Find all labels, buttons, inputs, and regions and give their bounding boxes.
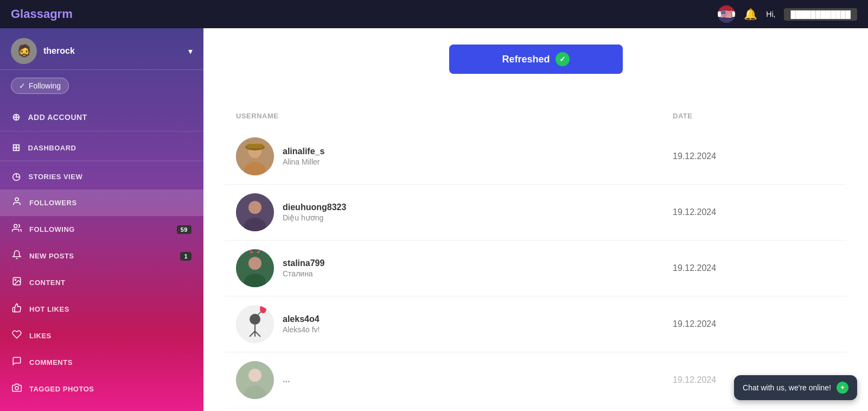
stories-view-icon: ◷ bbox=[12, 170, 21, 182]
svg-point-3 bbox=[15, 279, 16, 280]
following-badge-count: 59 bbox=[177, 225, 192, 234]
main-layout: 🧔 therock ▾ ✓ Following ⊕ ADD ACCOUNT ⊞ … bbox=[0, 28, 868, 411]
sidebar-item-stories-view[interactable]: ◷ STORIES VIEW bbox=[0, 163, 203, 189]
table-header: USERNAME DATE bbox=[225, 106, 846, 125]
sidebar-nav: ⊕ ADD ACCOUNT ⊞ DASHBOARD ◷ STORIES VIEW bbox=[0, 102, 203, 404]
user-avatar bbox=[236, 361, 274, 399]
sidebar-item-following-label: FOLLOWING bbox=[29, 225, 75, 233]
profile-chevron-down-icon[interactable]: ▾ bbox=[188, 46, 193, 56]
hi-label: Hi, bbox=[766, 10, 775, 18]
user-avatar bbox=[236, 305, 274, 343]
sidebar-item-tagged-photos[interactable]: TAGGED PHOTOS bbox=[0, 376, 203, 402]
sidebar-item-tagged-photos-label: TAGGED PHOTOS bbox=[29, 385, 94, 393]
table-row: aleks4o4 Aleks4o fv! 19.12.2024 bbox=[225, 296, 846, 352]
user-username: alinalife_s bbox=[283, 147, 324, 156]
sidebar-item-hot-likes[interactable]: HOT LIKES bbox=[0, 296, 203, 323]
topbar: Glassagrm 🇺🇸 🔔 Hi, ████████████ bbox=[0, 0, 868, 28]
chat-widget[interactable]: Chat with us, we're online! ✦ bbox=[734, 375, 857, 400]
user-date: 19.12.2024 bbox=[673, 207, 835, 217]
user-info: aleks4o4 Aleks4o fv! bbox=[236, 305, 673, 343]
refresh-button-label: Refreshed bbox=[502, 54, 550, 65]
svg-point-11 bbox=[248, 201, 261, 214]
svg-point-0 bbox=[15, 198, 18, 201]
language-flag[interactable]: 🇺🇸 bbox=[718, 5, 735, 23]
dashboard-icon: ⊞ bbox=[12, 142, 21, 154]
new-posts-badge-count: 1 bbox=[180, 252, 192, 261]
sidebar-item-followers[interactable]: FOLLOWERS bbox=[0, 189, 203, 216]
following-badge-label: Following bbox=[29, 81, 61, 90]
table-row: dieuhuong8323 Diệu hương 19.12.2024 bbox=[225, 185, 846, 241]
user-username: dieuhuong8323 bbox=[283, 203, 346, 212]
user-display-name: Aleks4o fv! bbox=[283, 325, 320, 334]
sidebar-item-add-account[interactable]: ⊕ ADD ACCOUNT bbox=[0, 104, 203, 131]
sidebar-item-stories-view-label: STORIES VIEW bbox=[29, 173, 83, 181]
sidebar-item-content[interactable]: CONTENT bbox=[0, 269, 203, 296]
user-avatar bbox=[236, 193, 274, 231]
sidebar-item-dashboard[interactable]: ⊞ DASHBOARD bbox=[0, 135, 203, 161]
svg-point-19 bbox=[250, 314, 260, 325]
user-display-name: Alina Miller bbox=[283, 157, 324, 166]
refresh-check-icon: ✓ bbox=[556, 52, 570, 66]
user-display-name: Diệu hương bbox=[283, 213, 346, 222]
sidebar-item-likes[interactable]: LIKES bbox=[0, 323, 203, 349]
profile-avatar: 🧔 bbox=[11, 38, 37, 64]
comments-icon bbox=[12, 356, 22, 369]
svg-rect-9 bbox=[247, 144, 263, 148]
topbar-username: ████████████ bbox=[784, 8, 857, 21]
logo-part2: grm bbox=[50, 7, 73, 21]
notifications-bell-icon[interactable]: 🔔 bbox=[744, 8, 757, 21]
user-avatar bbox=[236, 137, 274, 175]
app-logo: Glassagrm bbox=[11, 7, 73, 21]
user-username: stalina799 bbox=[283, 258, 324, 268]
user-display-name: Сталина bbox=[283, 269, 324, 278]
sidebar-item-followers-label: FOLLOWERS bbox=[29, 199, 77, 207]
user-date: 19.12.2024 bbox=[673, 319, 835, 329]
sidebar-item-content-label: CONTENT bbox=[29, 279, 65, 287]
table-row: alinalife_s Alina Miller 19.12.2024 bbox=[225, 129, 846, 185]
following-icon bbox=[12, 223, 22, 236]
sidebar-item-comments[interactable]: COMMENTS bbox=[0, 349, 203, 376]
svg-point-4 bbox=[15, 387, 18, 390]
sidebar: 🧔 therock ▾ ✓ Following ⊕ ADD ACCOUNT ⊞ … bbox=[0, 28, 203, 411]
followers-icon bbox=[12, 197, 22, 209]
user-info: stalina799 Сталина bbox=[236, 249, 673, 287]
sidebar-item-comments-label: COMMENTS bbox=[29, 358, 73, 366]
user-info: ... bbox=[236, 361, 673, 399]
tagged-photos-icon bbox=[12, 383, 22, 395]
sidebar-item-following[interactable]: FOLLOWING 59 bbox=[0, 216, 203, 243]
following-check-icon: ✓ bbox=[19, 81, 25, 90]
new-posts-icon bbox=[12, 250, 22, 262]
user-username: aleks4o4 bbox=[283, 314, 320, 324]
user-date: 19.12.2024 bbox=[673, 263, 835, 273]
sidebar-item-add-account-label: ADD ACCOUNT bbox=[28, 113, 87, 122]
likes-icon bbox=[12, 330, 22, 342]
svg-point-1 bbox=[14, 224, 17, 227]
user-info: alinalife_s Alina Miller bbox=[236, 137, 673, 175]
hot-likes-icon bbox=[12, 303, 22, 315]
user-avatar bbox=[236, 249, 274, 287]
logo-part1: Glassa bbox=[11, 7, 50, 21]
sidebar-item-new-posts[interactable]: NEW POSTS 1 bbox=[0, 243, 203, 269]
sidebar-profile: 🧔 therock ▾ bbox=[0, 28, 203, 70]
sidebar-item-likes-label: LIKES bbox=[29, 332, 52, 340]
topbar-right: 🇺🇸 🔔 Hi, ████████████ bbox=[718, 5, 857, 23]
add-icon: ⊕ bbox=[12, 111, 21, 123]
profile-username: therock bbox=[43, 46, 182, 56]
user-username: ... bbox=[283, 375, 290, 384]
content-area: Refreshed ✓ USERNAME DATE bbox=[203, 28, 868, 411]
user-info: dieuhuong8323 Diệu hương bbox=[236, 193, 673, 231]
sidebar-item-new-posts-label: NEW POSTS bbox=[29, 252, 74, 260]
user-date: 19.12.2024 bbox=[673, 151, 835, 161]
table-row: stalina799 Сталина 19.12.2024 bbox=[225, 241, 846, 296]
content-icon bbox=[12, 276, 22, 289]
following-badge-button[interactable]: ✓ Following bbox=[11, 78, 69, 94]
refresh-button[interactable]: Refreshed ✓ bbox=[449, 45, 623, 74]
svg-point-26 bbox=[248, 369, 261, 382]
date-header: DATE bbox=[673, 112, 835, 120]
svg-point-14 bbox=[248, 257, 261, 270]
sidebar-item-hot-likes-label: HOT LIKES bbox=[29, 305, 69, 313]
username-header: USERNAME bbox=[236, 112, 673, 120]
chat-widget-label: Chat with us, we're online! bbox=[743, 383, 831, 392]
sidebar-item-dashboard-label: DASHBOARD bbox=[28, 144, 76, 152]
chat-online-icon: ✦ bbox=[837, 382, 848, 394]
